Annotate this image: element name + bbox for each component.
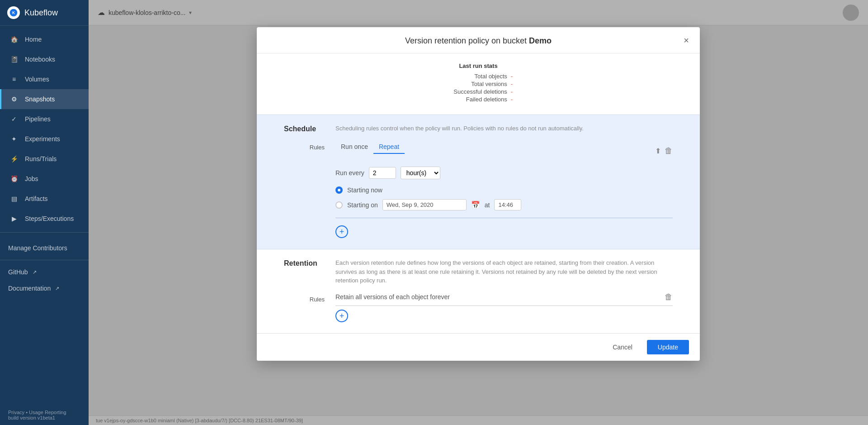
cancel-button[interactable]: Cancel	[604, 340, 642, 354]
tab-run-once[interactable]: Run once	[335, 140, 373, 154]
delete-rule-icon[interactable]: 🗑	[665, 146, 673, 156]
build-version: build version v1beta1	[8, 415, 55, 420]
sidebar-item-snapshots[interactable]: ⚙ Snapshots	[0, 89, 89, 109]
starting-now-label: Starting now	[347, 186, 382, 194]
run-every-label: Run every	[335, 169, 364, 177]
dialog-title-prefix: Version retention policy on bucket	[405, 36, 529, 45]
retention-header: Retention Each version retention rule de…	[284, 258, 673, 285]
run-every-row: Run every hour(s) day(s) week(s)	[335, 167, 673, 179]
modal-overlay: Version retention policy on bucket Demo …	[89, 0, 868, 425]
sidebar-item-experiments[interactable]: ✦ Experiments	[0, 129, 89, 149]
sidebar-item-notebooks[interactable]: 📓 Notebooks	[0, 49, 89, 69]
artifacts-icon: ▤	[9, 194, 19, 203]
sidebar-item-steps-executions[interactable]: ▶ Steps/Executions	[0, 209, 89, 229]
pipelines-icon: ✓	[9, 115, 19, 124]
retention-rules-content: Retain all versions of each object forev…	[335, 292, 673, 322]
time-input[interactable]	[494, 199, 521, 210]
sidebar-item-runs-trials[interactable]: ⚡ Runs/Trials	[0, 149, 89, 169]
sidebar-item-label: Jobs	[25, 175, 38, 182]
sidebar-item-pipelines[interactable]: ✓ Pipelines	[0, 109, 89, 129]
stats-failed-deletions: Failed deletions -	[444, 96, 513, 103]
starting-on-label: Starting on	[347, 201, 378, 209]
starting-now-radio[interactable]	[335, 186, 343, 194]
dialog-bucket-name: Demo	[529, 36, 552, 45]
stats-successful-deletions: Successful deletions -	[444, 88, 513, 95]
dialog-header: Version retention policy on bucket Demo …	[257, 27, 700, 53]
tab-repeat[interactable]: Repeat	[373, 140, 405, 154]
usage-reporting-link[interactable]: Usage Reporting	[29, 410, 66, 415]
sidebar-item-label: Pipelines	[25, 115, 51, 123]
total-objects-label: Total objects	[444, 73, 507, 80]
sidebar-item-artifacts[interactable]: ▤ Artifacts	[0, 189, 89, 209]
schedule-rules-label: Rules	[284, 144, 325, 151]
sidebar-divider-2	[0, 260, 89, 260]
documentation-label: Documentation	[8, 285, 51, 292]
home-icon: 🏠	[9, 35, 19, 44]
dialog-footer: Cancel Update	[257, 333, 700, 361]
total-objects-value: -	[511, 73, 513, 80]
sidebar-item-jobs[interactable]: ⏰ Jobs	[0, 169, 89, 189]
sidebar-logo[interactable]: K Kubeflow	[0, 0, 89, 26]
retention-description: Each version retention rule defines how …	[335, 258, 673, 285]
successful-deletions-value: -	[511, 88, 513, 95]
starting-on-radio[interactable]	[335, 201, 343, 209]
starting-on-date-input[interactable]	[382, 199, 467, 210]
schedule-label: Schedule	[284, 125, 325, 133]
sidebar-navigation: 🏠 Home 📓 Notebooks ≡ Volumes ⚙ Snapshots…	[0, 26, 89, 406]
retention-delete-icon[interactable]: 🗑	[665, 292, 673, 302]
notebook-icon: 📓	[9, 55, 19, 64]
update-button[interactable]: Update	[647, 340, 689, 354]
sidebar: K Kubeflow 🏠 Home 📓 Notebooks ≡ Volumes …	[0, 0, 89, 425]
run-every-input[interactable]	[369, 167, 396, 179]
privacy-link[interactable]: Privacy	[8, 410, 24, 415]
rule-divider	[335, 218, 673, 218]
sidebar-logo-text: Kubeflow	[24, 8, 58, 18]
github-label: GitHub	[8, 268, 28, 276]
schedule-header: Schedule Scheduling rules control when t…	[284, 124, 673, 133]
schedule-tabs: Run once Repeat	[335, 140, 405, 154]
footer-separator: •	[26, 410, 28, 415]
retention-policy-dialog: Version retention policy on bucket Demo …	[257, 27, 700, 361]
retention-rules-label: Rules	[284, 296, 325, 303]
dialog-close-button[interactable]: ×	[682, 34, 691, 47]
retention-rule-item: Retain all versions of each object forev…	[335, 292, 673, 306]
last-run-stats-section: Last run stats Total objects - Total ver…	[257, 53, 700, 115]
calendar-icon[interactable]: 📅	[471, 201, 480, 209]
snapshots-icon: ⚙	[9, 95, 19, 104]
stats-section-title: Last run stats	[284, 62, 673, 69]
radio-dot-inner	[338, 189, 340, 191]
volumes-icon: ≡	[9, 75, 19, 84]
total-versions-value: -	[511, 81, 513, 87]
stats-table: Total objects - Total versions - Success…	[444, 73, 513, 104]
sidebar-item-github[interactable]: GitHub ↗	[0, 264, 89, 280]
successful-deletions-label: Successful deletions	[444, 88, 507, 95]
add-retention-rule-button[interactable]: +	[335, 310, 348, 322]
total-versions-label: Total versions	[444, 81, 507, 87]
run-every-unit-select[interactable]: hour(s) day(s) week(s)	[401, 167, 440, 179]
starting-on-option[interactable]: Starting on 📅 at	[335, 199, 673, 210]
sidebar-item-home[interactable]: 🏠 Home	[0, 29, 89, 49]
steps-icon: ▶	[9, 214, 19, 223]
retention-rule-text: Retain all versions of each object forev…	[335, 293, 659, 301]
sidebar-item-label: Notebooks	[25, 56, 55, 63]
sidebar-item-documentation[interactable]: Documentation ↗	[0, 280, 89, 296]
sidebar-item-label: Experiments	[25, 135, 60, 143]
at-label: at	[485, 201, 490, 209]
sidebar-item-label: Artifacts	[25, 195, 48, 202]
retention-rules-row: Rules Retain all versions of each object…	[284, 292, 673, 322]
sidebar-item-manage-contributors[interactable]: Manage Contributors	[0, 240, 89, 256]
sidebar-bottom-section: Manage Contributors GitHub ↗ Documentati…	[0, 236, 89, 302]
sidebar-item-label: Runs/Trials	[25, 155, 57, 162]
sidebar-item-volumes[interactable]: ≡ Volumes	[0, 69, 89, 89]
schedule-rules-row: Rules Run once Repeat ⬆ 🗑	[284, 140, 673, 238]
jobs-icon: ⏰	[9, 174, 19, 183]
stats-total-versions: Total versions -	[444, 81, 513, 87]
failed-deletions-label: Failed deletions	[444, 96, 507, 103]
sidebar-footer: Privacy • Usage Reporting build version …	[0, 406, 89, 425]
external-link-icon: ↗	[33, 269, 37, 275]
dialog-title: Version retention policy on bucket Demo	[405, 36, 552, 46]
sort-up-icon[interactable]: ⬆	[655, 147, 661, 155]
sidebar-item-label: Home	[25, 36, 42, 43]
add-schedule-rule-button[interactable]: +	[335, 225, 348, 238]
starting-now-option[interactable]: Starting now	[335, 186, 673, 194]
